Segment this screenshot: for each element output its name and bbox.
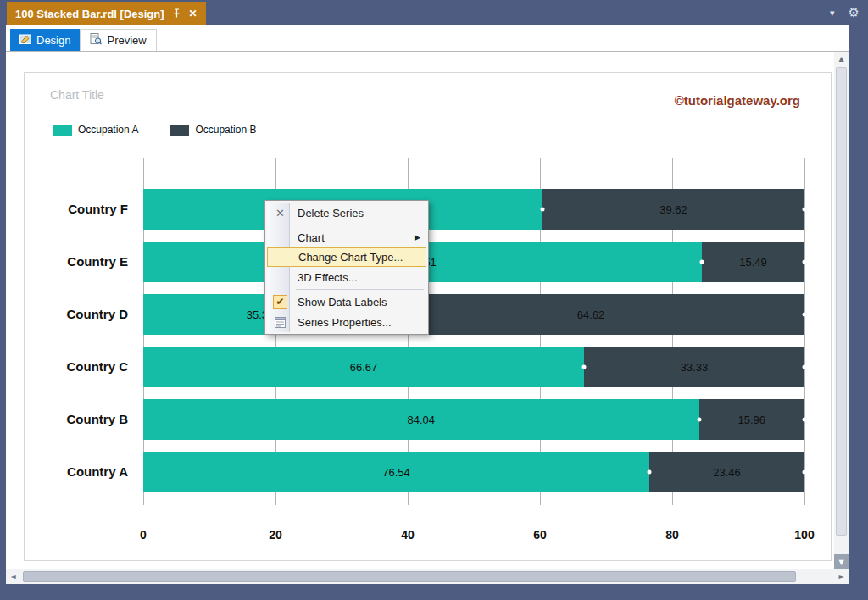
bar-row: Country F60.3839.62 (143, 189, 804, 230)
x-axis-tick-label: 0 (140, 528, 147, 542)
legend-swatch (170, 125, 189, 136)
stack-junction-dot (697, 418, 701, 422)
bar-row: Country C66.6733.33 (143, 347, 804, 387)
bar-segment-occupation-b[interactable]: 15.49 (702, 242, 804, 282)
bar-stack: 84.5115.49 (143, 242, 804, 282)
window-menu-caret-icon[interactable]: ▾ (830, 8, 835, 19)
x-axis-tick-label: 40 (401, 528, 415, 542)
tab-preview[interactable]: Preview (80, 29, 156, 51)
stack-junction-dot (803, 313, 807, 317)
menu-item-chart[interactable]: Chart ▶ (267, 227, 426, 247)
legend-label: Occupation B (195, 124, 256, 136)
plot-area[interactable]: 020406080100Country F60.3839.62Country E… (143, 158, 804, 505)
vertical-scroll-thumb[interactable] (836, 67, 847, 536)
bar-value-label: 64.62 (577, 308, 605, 321)
scroll-left-button[interactable]: ◄ (6, 569, 20, 584)
bar-segment-occupation-b[interactable]: 15.96 (699, 399, 804, 440)
stack-junction-dot (803, 208, 807, 212)
bar-stack: 76.5423.46 (143, 452, 804, 492)
bar-stack: 60.3839.62 (143, 189, 804, 230)
scroll-up-button[interactable]: ▲ (834, 52, 849, 66)
menu-item-delete-series[interactable]: ✕ Delete Series (267, 203, 426, 223)
bar-value-label: 39.62 (659, 203, 687, 216)
submenu-arrow-icon: ▶ (415, 233, 420, 242)
horizontal-scrollbar[interactable]: ◄ ► (6, 569, 849, 584)
scroll-down-button[interactable]: ▼ (834, 554, 849, 569)
menu-item-show-data-labels[interactable]: ✔ Show Data Labels (267, 292, 426, 312)
legend-item[interactable]: Occupation B (170, 124, 256, 136)
bar-row: Country B84.0415.96 (143, 399, 804, 440)
bar-segment-occupation-b[interactable]: 64.62 (377, 294, 804, 335)
designer-tabstrip: Design Preview (6, 25, 849, 52)
pin-icon[interactable] (172, 8, 181, 20)
legend-item[interactable]: Occupation A (53, 124, 138, 136)
titlebar: 100 Stacked Bar.rdl [Design] ✕ ▾ ⚙ (0, 0, 868, 25)
menu-item-label: Series Properties... (298, 316, 392, 329)
menu-separator (296, 289, 424, 290)
legend-swatch (53, 125, 72, 136)
preview-icon (90, 33, 102, 47)
bar-segment-occupation-b[interactable]: 33.33 (584, 347, 804, 387)
bar-row: Country E84.5115.49 (143, 242, 804, 282)
chart-legend[interactable]: Occupation AOccupation B (53, 124, 256, 136)
tab-design[interactable]: Design (10, 29, 80, 51)
series-properties-icon (270, 317, 290, 328)
x-axis-tick-label: 60 (533, 528, 547, 542)
stack-junction-dot (803, 260, 807, 264)
category-label: Country E (18, 242, 128, 282)
menu-item-change-chart-type[interactable]: Change Chart Type... (267, 247, 426, 267)
bar-value-label: 84.04 (407, 414, 435, 426)
bar-value-label: 23.46 (713, 466, 741, 479)
document-pane: Design Preview Chart Title ©tutorialgate… (6, 25, 849, 584)
bar-value-label: 66.67 (350, 361, 378, 374)
category-label: Country B (18, 399, 128, 440)
close-icon[interactable]: ✕ (189, 8, 198, 19)
bar-segment-occupation-b[interactable]: 39.62 (542, 189, 804, 230)
design-icon (19, 33, 31, 47)
bar-value-label: 33.33 (681, 361, 709, 374)
menu-item-series-properties[interactable]: Series Properties... (267, 312, 426, 332)
x-axis-tick-label: 80 (665, 528, 679, 542)
stack-junction-dot (700, 260, 704, 264)
titlebar-actions: ▾ ⚙ (830, 0, 860, 25)
bar-segment-occupation-b[interactable]: 23.46 (649, 452, 804, 492)
design-surface: Chart Title ©tutorialgateway.org Occupat… (6, 52, 834, 569)
chart-title[interactable]: Chart Title (50, 88, 104, 102)
stack-junction-dot (582, 365, 587, 369)
bar-segment-occupation-a[interactable]: 84.04 (143, 399, 699, 440)
delete-series-icon: ✕ (270, 207, 290, 219)
bar-segment-occupation-a[interactable]: 76.54 (143, 452, 649, 492)
bar-stack: 35.3864.62 (143, 294, 804, 335)
bar-segment-occupation-a[interactable]: 66.67 (143, 347, 584, 387)
bar-stack: 66.6733.33 (143, 347, 804, 387)
document-tab-title: 100 Stacked Bar.rdl [Design] (15, 8, 164, 20)
menu-item-label: 3D Effects... (298, 271, 358, 284)
x-axis-tick-label: 20 (269, 528, 282, 542)
stack-junction-dot (540, 208, 544, 212)
vertical-scrollbar[interactable]: ▲ ▼ (834, 52, 849, 569)
x-axis-tick-label: 100 (794, 528, 814, 542)
menu-item-3d-effects[interactable]: 3D Effects... (267, 267, 426, 287)
bar-value-label: 15.96 (737, 414, 765, 426)
category-label: Country F (18, 189, 128, 230)
menu-item-label: Change Chart Type... (298, 251, 403, 264)
tab-preview-label: Preview (107, 34, 146, 47)
document-tab[interactable]: 100 Stacked Bar.rdl [Design] ✕ (7, 2, 206, 25)
menu-separator (296, 225, 424, 225)
bar-value-label: 15.49 (739, 256, 767, 269)
stack-junction-dot (648, 470, 652, 475)
context-menu: ✕ Delete Series Chart ▶ Change Chart Typ… (264, 200, 429, 335)
stack-junction-dot (803, 418, 807, 422)
legend-label: Occupation A (78, 124, 138, 136)
scroll-right-button[interactable]: ► (834, 569, 849, 584)
bar-stack: 84.0415.96 (143, 399, 804, 440)
menu-item-label: Show Data Labels (298, 296, 387, 308)
bar-row: Country A76.5423.46 (143, 452, 804, 492)
app-window: 100 Stacked Bar.rdl [Design] ✕ ▾ ⚙ Desig… (0, 0, 868, 600)
stack-junction-dot (803, 470, 807, 475)
category-label: Country A (18, 452, 128, 492)
stack-junction-dot (803, 365, 807, 369)
horizontal-scroll-thumb[interactable] (23, 571, 796, 582)
checkbox-checked-icon: ✔ (270, 295, 290, 309)
gear-icon[interactable]: ⚙ (849, 5, 860, 20)
